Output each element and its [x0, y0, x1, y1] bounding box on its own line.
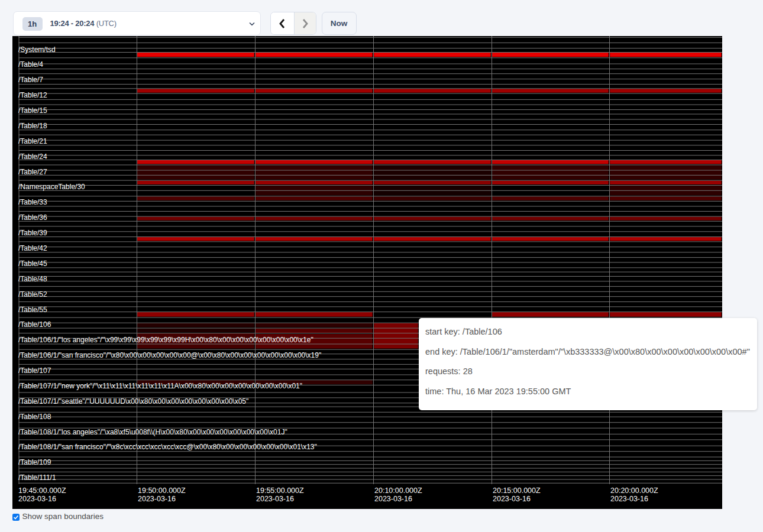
svg-text:/Table/12: /Table/12 — [18, 91, 47, 99]
svg-text:/Table/108: /Table/108 — [18, 412, 51, 420]
svg-text:/Table/108/1/"san francisco"/": /Table/108/1/"san francisco"/"\x8c\xcc\x… — [18, 443, 317, 451]
svg-text:/NamespaceTable/30: /NamespaceTable/30 — [18, 183, 85, 191]
svg-text:/Table/48: /Table/48 — [18, 274, 47, 283]
svg-text:/Table/52: /Table/52 — [18, 290, 47, 298]
svg-text:/Table/107/1/"seattle"/"UUUUUU: /Table/107/1/"seattle"/"UUUUUUD\x00\x80\… — [18, 397, 248, 405]
svg-text:/Table/42: /Table/42 — [18, 244, 47, 252]
svg-text:/Table/106/1/"san francisco"/": /Table/106/1/"san francisco"/"\x80\x00\x… — [18, 351, 321, 359]
svg-text:19:55:00.000Z: 19:55:00.000Z — [256, 486, 304, 495]
svg-text:20:15:00.000Z: 20:15:00.000Z — [493, 486, 541, 495]
svg-text:/Table/111/1: /Table/111/1 — [18, 473, 56, 482]
svg-text:2023-03-16: 2023-03-16 — [374, 495, 412, 503]
svg-text:/Table/108/1/"los angeles"/"\x: /Table/108/1/"los angeles"/"\xa8\xf5\u00… — [18, 427, 287, 436]
svg-text:2023-03-16: 2023-03-16 — [138, 495, 176, 503]
svg-text:/System/tsd: /System/tsd — [18, 45, 56, 53]
svg-text:/Table/36: /Table/36 — [18, 213, 47, 222]
svg-text:/Table/24: /Table/24 — [18, 152, 47, 160]
svg-text:/Table/27: /Table/27 — [18, 167, 47, 176]
svg-text:/Table/107/1/"new york"/"\x11\: /Table/107/1/"new york"/"\x11\x11\x11\x1… — [18, 381, 302, 390]
svg-text:/Table/15: /Table/15 — [18, 106, 47, 115]
svg-text:20:10:00.000Z: 20:10:00.000Z — [374, 486, 422, 495]
svg-text:2023-03-16: 2023-03-16 — [610, 495, 648, 503]
svg-text:2023-03-16: 2023-03-16 — [18, 495, 56, 503]
svg-text:2023-03-16: 2023-03-16 — [256, 495, 294, 503]
svg-text:/Table/45: /Table/45 — [18, 259, 47, 267]
svg-text:19:50:00.000Z: 19:50:00.000Z — [138, 486, 186, 495]
svg-text:/Table/109: /Table/109 — [18, 458, 51, 466]
svg-text:/Table/39: /Table/39 — [18, 229, 47, 237]
svg-text:/Table/4: /Table/4 — [18, 60, 43, 69]
svg-text:2023-03-16: 2023-03-16 — [493, 495, 531, 503]
svg-text:19:45:00.000Z: 19:45:00.000Z — [18, 486, 66, 495]
svg-text:/Table/33: /Table/33 — [18, 198, 47, 206]
svg-text:20:20:00.000Z: 20:20:00.000Z — [610, 486, 658, 495]
svg-text:/Table/21: /Table/21 — [18, 137, 47, 145]
svg-text:/Table/106/1/"los angeles"/"\x: /Table/106/1/"los angeles"/"\x99\x99\x99… — [18, 336, 313, 344]
svg-text:/Table/55: /Table/55 — [18, 305, 47, 313]
svg-text:/Table/18: /Table/18 — [18, 121, 47, 129]
svg-text:/Table/107: /Table/107 — [18, 366, 51, 375]
svg-text:/Table/106: /Table/106 — [18, 320, 51, 329]
svg-text:/Table/7: /Table/7 — [18, 76, 43, 84]
